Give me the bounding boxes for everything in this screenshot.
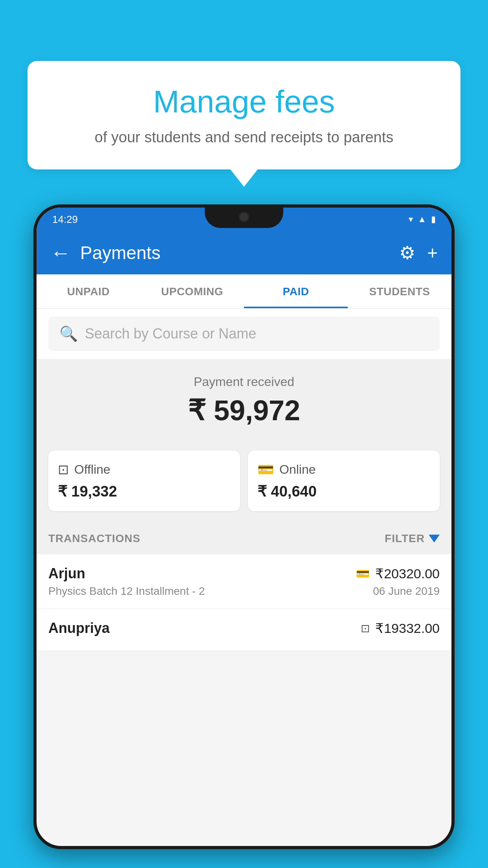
status-icons: ▾ ▲ ▮ <box>409 214 436 224</box>
phone-wrapper: 14:29 ▾ ▲ ▮ ← Payments ⚙ + UNPAID <box>33 204 455 868</box>
tab-unpaid[interactable]: UNPAID <box>37 274 140 308</box>
transaction-bottom-arjun: Physics Batch 12 Installment - 2 06 June… <box>48 585 440 598</box>
app-bar-icons: ⚙ + <box>399 242 438 263</box>
filter-label: FILTER <box>385 532 425 545</box>
add-icon[interactable]: + <box>427 242 438 263</box>
signal-icon: ▲ <box>418 214 426 224</box>
status-time: 14:29 <box>52 213 78 226</box>
filter-icon <box>429 535 440 542</box>
transaction-amount-anupriya: ₹19332.00 <box>375 620 440 636</box>
offline-card-header: ⊡ Offline <box>58 462 110 477</box>
offline-amount: ₹ 19,332 <box>58 483 117 500</box>
payment-received-section: Payment received ₹ 59,972 <box>37 359 451 451</box>
table-row[interactable]: Anupriya ⊡ ₹19332.00 <box>37 609 451 651</box>
transactions-header: TRANSACTIONS FILTER <box>37 523 451 554</box>
offline-type: Offline <box>74 462 110 477</box>
table-row[interactable]: Arjun 💳 ₹20320.00 Physics Batch 12 Insta… <box>37 554 451 609</box>
back-button[interactable]: ← <box>50 241 71 265</box>
tooltip-card: Manage fees of your students and send re… <box>28 61 460 169</box>
offline-payment-icon: ⊡ <box>361 622 370 635</box>
search-container: 🔍 Search by Course or Name <box>37 309 451 359</box>
transactions-label: TRANSACTIONS <box>48 532 140 545</box>
transaction-amount-wrapper-arjun: 💳 ₹20320.00 <box>356 566 440 581</box>
phone-frame: 14:29 ▾ ▲ ▮ ← Payments ⚙ + UNPAID <box>33 204 455 849</box>
transaction-amount-arjun: ₹20320.00 <box>375 566 440 581</box>
transaction-top-arjun: Arjun 💳 ₹20320.00 <box>48 565 440 582</box>
transaction-name-anupriya: Anupriya <box>48 620 110 636</box>
transaction-course-arjun: Physics Batch 12 Installment - 2 <box>48 585 205 598</box>
transactions-list: Arjun 💳 ₹20320.00 Physics Batch 12 Insta… <box>37 554 451 651</box>
filter-button[interactable]: FILTER <box>385 532 440 545</box>
phone-camera <box>238 211 250 223</box>
payment-received-label: Payment received <box>48 375 440 389</box>
transaction-date-arjun: 06 June 2019 <box>373 585 440 598</box>
offline-icon: ⊡ <box>58 462 69 477</box>
transaction-amount-wrapper-anupriya: ⊡ ₹19332.00 <box>361 620 440 636</box>
tab-students[interactable]: STUDENTS <box>348 274 451 308</box>
online-payment-icon: 💳 <box>356 567 370 580</box>
tab-paid[interactable]: PAID <box>244 274 348 308</box>
online-card-header: 💳 Online <box>257 462 316 477</box>
settings-icon[interactable]: ⚙ <box>399 242 415 263</box>
online-icon: 💳 <box>257 462 274 477</box>
tab-upcoming[interactable]: UPCOMING <box>140 274 244 308</box>
app-bar: ← Payments ⚙ + <box>37 231 451 274</box>
tabs-bar: UNPAID UPCOMING PAID STUDENTS <box>37 274 451 309</box>
online-amount: ₹ 40,640 <box>257 483 317 500</box>
payment-cards: ⊡ Offline ₹ 19,332 💳 Online ₹ 40,640 <box>37 451 451 523</box>
phone-screen: 14:29 ▾ ▲ ▮ ← Payments ⚙ + UNPAID <box>37 208 451 846</box>
online-card: 💳 Online ₹ 40,640 <box>248 451 440 511</box>
payment-amount-large: ₹ 59,972 <box>48 394 440 427</box>
tooltip-title: Manage fees <box>47 85 441 119</box>
search-placeholder: Search by Course or Name <box>85 326 256 342</box>
app-bar-title: Payments <box>80 242 399 263</box>
offline-card: ⊡ Offline ₹ 19,332 <box>48 451 240 511</box>
transaction-top-anupriya: Anupriya ⊡ ₹19332.00 <box>48 620 440 636</box>
search-icon: 🔍 <box>59 325 78 342</box>
battery-icon: ▮ <box>431 214 436 224</box>
online-type: Online <box>279 462 316 477</box>
wifi-icon: ▾ <box>409 214 413 224</box>
tooltip-subtitle: of your students and send receipts to pa… <box>47 127 441 148</box>
phone-notch <box>205 204 283 228</box>
search-box[interactable]: 🔍 Search by Course or Name <box>48 316 440 351</box>
transaction-name-arjun: Arjun <box>48 565 85 582</box>
